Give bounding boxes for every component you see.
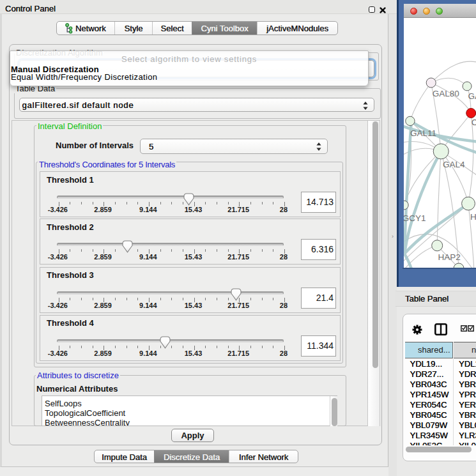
- svg-text:GAL11: GAL11: [410, 128, 436, 138]
- svg-text:GAL4: GAL4: [443, 160, 465, 169]
- svg-text:C: C: [472, 118, 476, 127]
- svg-text:H: H: [470, 212, 476, 222]
- svg-text:GCY1: GCY1: [404, 213, 426, 223]
- svg-text:HAP2: HAP2: [438, 252, 460, 262]
- svg-text:GA: GA: [468, 91, 476, 101]
- svg-text:GAL80: GAL80: [433, 89, 459, 98]
